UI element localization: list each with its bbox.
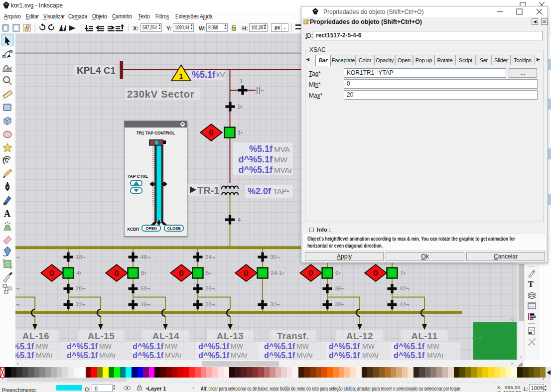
svg-text:32¬: 32¬ — [270, 301, 280, 307]
svg-text:MVAr: MVAr — [362, 351, 379, 359]
svg-text:¬: ¬ — [16, 285, 19, 291]
svg-text:d^%5.1f: d^%5.1f — [133, 342, 164, 351]
svg-text:2•: 2• — [238, 104, 243, 110]
svg-text:AL-12: AL-12 — [346, 331, 373, 341]
svg-text:24¬: 24¬ — [205, 254, 215, 260]
svg-text:44¬: 44¬ — [400, 301, 410, 307]
svg-text:d^%5.1f: d^%5.1f — [15, 342, 34, 351]
svg-text:MW: MW — [231, 342, 244, 350]
svg-text:MVAr: MVAr — [274, 166, 292, 174]
svg-text:d^%5.1f: d^%5.1f — [329, 351, 360, 360]
svg-text:kV: kV — [216, 70, 225, 79]
svg-text:TR-1: TR-1 — [197, 185, 219, 196]
svg-text:1: 1 — [179, 72, 183, 80]
svg-text:20¬: 20¬ — [76, 285, 86, 291]
svg-text:d^%5.1f: d^%5.1f — [67, 351, 98, 360]
svg-text:%2.0f: %2.0f — [248, 186, 272, 196]
svg-text:26¬: 26¬ — [205, 285, 215, 291]
svg-text:50¬: 50¬ — [140, 285, 150, 291]
svg-text:d^%5.1f: d^%5.1f — [264, 342, 295, 351]
svg-text:d^%5.1f: d^%5.1f — [238, 165, 273, 175]
svg-text:d^%5.1f: d^%5.1f — [15, 351, 34, 360]
svg-text:MVAr: MVAr — [165, 351, 182, 359]
svg-text:4•: 4• — [76, 270, 81, 276]
svg-text:d^%5.1f: d^%5.1f — [67, 342, 98, 351]
svg-text:TAP: TAP — [273, 187, 287, 195]
svg-text:¬: ¬ — [16, 301, 19, 307]
svg-text:1: 1 — [240, 78, 243, 84]
svg-text:AL-11: AL-11 — [412, 331, 438, 341]
svg-text:MW: MW — [36, 342, 49, 350]
svg-text:MVAr: MVAr — [296, 351, 313, 359]
svg-text:AL-13: AL-13 — [217, 331, 244, 341]
svg-text:MVAr: MVAr — [99, 351, 116, 359]
svg-text:4: 4 — [238, 217, 241, 223]
svg-text:MVAr: MVAr — [231, 351, 248, 359]
svg-text:%5.1f: %5.1f — [249, 144, 273, 154]
svg-text:AL: AL — [510, 317, 515, 322]
svg-text:Transf.: Transf. — [277, 331, 309, 341]
svg-text:MVA: MVA — [274, 145, 289, 153]
svg-text:MVAr: MVAr — [427, 351, 444, 359]
svg-text:d^%5.1f: d^%5.1f — [198, 342, 230, 351]
svg-text:d^%5.1f: d^%5.1f — [394, 351, 425, 360]
svg-text:d^%5.1f: d^%5.1f — [329, 342, 360, 351]
svg-text:MW: MW — [427, 342, 440, 350]
svg-text:MW: MW — [362, 342, 375, 350]
svg-text:¬: ¬ — [16, 254, 19, 260]
svg-text:<>: <> — [530, 304, 534, 309]
svg-text:MW: MW — [99, 342, 112, 350]
svg-text:18¬: 18¬ — [76, 254, 86, 260]
svg-text:d^%5.1f: d^%5.1f — [198, 351, 230, 360]
svg-text:A: A — [4, 209, 10, 219]
svg-text:KPL4 C1: KPL4 C1 — [77, 65, 116, 76]
svg-text:5•: 5• — [206, 270, 211, 276]
svg-text:MW: MW — [296, 342, 309, 350]
svg-text:230kV Sector: 230kV Sector — [127, 89, 194, 100]
svg-text:d^%5.1f: d^%5.1f — [133, 351, 164, 360]
svg-text:36¬: 36¬ — [335, 285, 345, 291]
svg-text:d^%5.1f: d^%5.1f — [238, 154, 273, 164]
svg-text:d^%5.1f: d^%5.1f — [264, 351, 295, 360]
svg-text:30¬: 30¬ — [270, 254, 280, 260]
svg-text:MVAr: MVAr — [36, 351, 53, 359]
svg-text:28¬: 28¬ — [205, 301, 215, 307]
svg-text:6•: 6• — [335, 270, 340, 276]
svg-text:24-1•: 24-1• — [271, 270, 284, 276]
svg-text:MW: MW — [165, 342, 178, 350]
svg-text:AL-15: AL-15 — [88, 331, 115, 341]
svg-text:AL12: AL12 — [472, 335, 482, 340]
svg-text:48¬: 48¬ — [140, 254, 150, 260]
svg-text:AL-14: AL-14 — [152, 331, 179, 341]
svg-text:%5.1f: %5.1f — [192, 70, 216, 80]
svg-text:22¬: 22¬ — [76, 301, 86, 307]
svg-text:46¬: 46¬ — [140, 301, 150, 307]
svg-text:42¬: 42¬ — [400, 285, 410, 291]
svg-text:38¬: 38¬ — [335, 301, 345, 307]
svg-text:7•: 7• — [400, 270, 405, 276]
svg-text:MW: MW — [274, 155, 287, 164]
svg-text:AL-16: AL-16 — [22, 331, 49, 341]
svg-text:d^%5.1f: d^%5.1f — [394, 342, 425, 351]
svg-text:1•: 1• — [238, 130, 243, 135]
svg-text:8•: 8• — [141, 270, 146, 276]
